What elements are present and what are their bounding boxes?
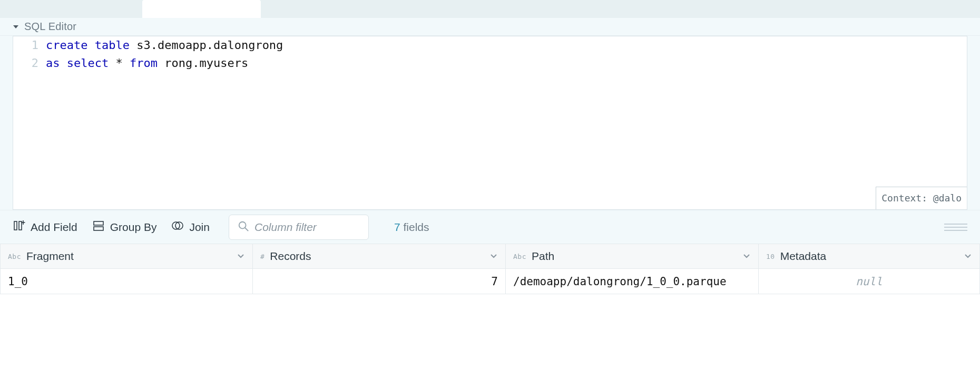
column-header-path[interactable]: Abc Path	[506, 244, 759, 269]
group-by-icon	[92, 219, 105, 235]
join-icon	[171, 219, 184, 235]
code-line: create table s3.demoapp.dalongrong	[46, 36, 283, 54]
line-number: 2	[13, 54, 46, 72]
results-toolbar: Add Field Group By Join 7 fields	[0, 210, 980, 244]
type-tag: Abc	[513, 253, 526, 260]
column-header-records[interactable]: # Records	[253, 244, 506, 269]
resize-handle[interactable]	[944, 224, 967, 231]
context-badge[interactable]: Context: @dalo	[876, 187, 967, 209]
svg-rect-0	[14, 221, 17, 230]
svg-rect-1	[19, 221, 22, 230]
svg-rect-4	[94, 221, 103, 225]
chevron-down-icon[interactable]	[489, 250, 498, 263]
chevron-down-icon[interactable]	[742, 250, 751, 263]
editor-wrap: 1 create table s3.demoapp.dalongrong 2 a…	[0, 36, 980, 210]
sql-editor-header[interactable]: SQL Editor	[0, 18, 980, 36]
fields-count-number: 7	[394, 221, 400, 233]
line-number: 1	[13, 36, 46, 54]
results-grid: Abc Fragment # Records Abc Path 10 Metad…	[0, 244, 980, 294]
tab-strip	[0, 0, 980, 18]
join-label: Join	[189, 221, 210, 234]
cell-metadata[interactable]: null	[759, 269, 980, 294]
tab-spacer	[0, 0, 142, 18]
grid-row[interactable]: 1_0 7 /demoapp/dalongrong/1_0_0.parque n…	[0, 269, 980, 294]
grid-header-row: Abc Fragment # Records Abc Path 10 Metad…	[0, 244, 980, 269]
section-title: SQL Editor	[24, 21, 76, 33]
column-label: Path	[532, 250, 554, 263]
join-button[interactable]: Join	[171, 219, 210, 235]
type-tag: 10	[766, 253, 775, 260]
fields-count-word: fields	[404, 221, 429, 233]
search-icon	[238, 220, 249, 234]
column-filter-input[interactable]	[254, 221, 360, 234]
type-tag: #	[260, 253, 264, 260]
editor-line: 2 as select * from rong.myusers	[13, 54, 967, 72]
column-label: Records	[270, 250, 311, 263]
caret-down-icon	[13, 24, 19, 30]
add-field-icon	[13, 219, 25, 235]
cell-path[interactable]: /demoapp/dalongrong/1_0_0.parque	[506, 269, 759, 294]
svg-line-9	[245, 227, 248, 230]
column-label: Fragment	[26, 250, 74, 263]
cell-records[interactable]: 7	[253, 269, 506, 294]
chevron-down-icon[interactable]	[964, 250, 972, 263]
group-by-label: Group By	[110, 221, 157, 234]
chevron-down-icon[interactable]	[237, 250, 245, 263]
page-root: SQL Editor 1 create table s3.demoapp.dal…	[0, 0, 980, 387]
column-header-fragment[interactable]: Abc Fragment	[0, 244, 253, 269]
sql-editor[interactable]: 1 create table s3.demoapp.dalongrong 2 a…	[13, 36, 967, 210]
cell-fragment[interactable]: 1_0	[0, 269, 253, 294]
svg-point-8	[239, 221, 246, 228]
add-field-label: Add Field	[31, 221, 77, 234]
code-line: as select * from rong.myusers	[46, 54, 248, 72]
editor-line: 1 create table s3.demoapp.dalongrong	[13, 36, 967, 54]
add-field-button[interactable]: Add Field	[13, 219, 77, 235]
type-tag: Abc	[8, 253, 21, 260]
active-tab[interactable]	[142, 0, 261, 18]
column-header-metadata[interactable]: 10 Metadata	[759, 244, 980, 269]
svg-rect-5	[94, 227, 103, 230]
column-filter[interactable]	[229, 215, 369, 240]
group-by-button[interactable]: Group By	[92, 219, 157, 235]
fields-count: 7 fields	[394, 221, 429, 234]
column-label: Metadata	[780, 250, 827, 263]
